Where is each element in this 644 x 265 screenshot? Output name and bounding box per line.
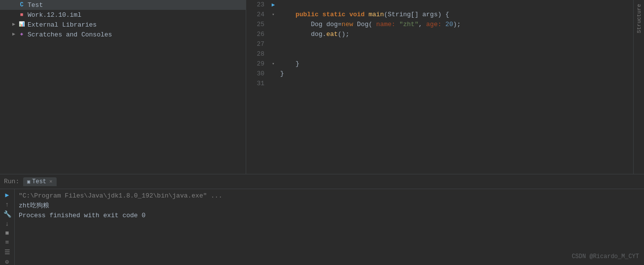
sidebar-item-scratches[interactable]: ▶ ◈ Scratches and Consoles: [0, 30, 246, 39]
right-tabs: Structure: [633, 0, 644, 174]
run-tab-bar: Run: ▣ Test ×: [0, 174, 644, 189]
scratch-icon: ◈: [18, 31, 26, 38]
code-line-26: dog.eat();: [280, 30, 633, 39]
console-line-exit: Process finished with exit code 0: [19, 211, 640, 221]
code-line-23: [280, 0, 633, 10]
bottom-content: ▶ ↑ 🔧 ↓ ■ ≡ ☰ ⊙ "C:\Program Files\Java\j…: [0, 189, 644, 265]
sidebar-item-scratch-label: Scratches and Consoles: [28, 31, 112, 38]
scroll-down-button[interactable]: ↓: [2, 220, 13, 228]
code-content[interactable]: public static void main(String[] args) {…: [278, 0, 633, 174]
close-tab-button[interactable]: ×: [49, 179, 53, 185]
wrap-button[interactable]: ≡: [2, 239, 13, 246]
run-tab-label: Test: [32, 178, 46, 185]
run-button[interactable]: ▶: [2, 191, 13, 199]
code-line-30: }: [280, 69, 633, 79]
run-tab[interactable]: ▣ Test ×: [23, 177, 56, 186]
code-line-28: [280, 49, 633, 59]
line-numbers: 23 24 25 26 27 28 29 30 31: [246, 0, 268, 174]
bottom-toolbar: ▶ ↑ 🔧 ↓ ■ ≡ ☰ ⊙: [0, 189, 15, 265]
iml-file-icon: ■: [18, 11, 26, 19]
code-line-24: public static void main(String[] args) {: [280, 10, 633, 20]
code-line-27: [280, 39, 633, 49]
ext-lib-icon: 📊: [18, 21, 26, 29]
scroll-up-button[interactable]: ↑: [2, 201, 13, 208]
tab-console-icon: ▣: [27, 179, 30, 185]
structure-tab[interactable]: Structure: [635, 0, 644, 37]
sidebar: C Test ■ Work.12.10.iml ▶ 📊 External Lib…: [0, 0, 246, 174]
bottom-panel: Run: ▣ Test × ▶ ↑ 🔧 ↓ ■ ≡ ☰ ⊙ "C:\Progra…: [0, 174, 644, 265]
sidebar-item-iml-label: Work.12.10.iml: [28, 11, 81, 19]
fold-marker-29[interactable]: ▾: [268, 59, 278, 69]
console-line-exec: "C:\Program Files\Java\jdk1.8.0_192\bin\…: [19, 191, 640, 201]
run-label: Run:: [4, 178, 19, 185]
run-marker-icon[interactable]: ▶: [268, 0, 278, 10]
editor-area: 23 24 25 26 27 28 29 30 31 ▶ ▾ ▾: [246, 0, 633, 174]
sidebar-item-iml[interactable]: ■ Work.12.10.iml: [0, 10, 246, 20]
list-button[interactable]: ☰: [2, 248, 13, 256]
console-output: "C:\Program Files\Java\jdk1.8.0_192\bin\…: [15, 189, 644, 265]
chevron-ext-icon: ▶: [10, 21, 18, 29]
settings-button[interactable]: 🔧: [2, 210, 13, 218]
code-line-25: Dog dog=new Dog( name: "zht", age: 20);: [280, 20, 633, 30]
main-area: C Test ■ Work.12.10.iml ▶ 📊 External Lib…: [0, 0, 644, 174]
chevron-scratch-icon: ▶: [10, 31, 18, 38]
sidebar-item-ext-label: External Libraries: [28, 21, 97, 29]
console-line-1: zht吃狗粮: [19, 201, 640, 211]
test-file-icon: C: [18, 1, 26, 9]
sidebar-item-external-libraries[interactable]: ▶ 📊 External Libraries: [0, 20, 246, 30]
stop-button[interactable]: ■: [2, 230, 13, 237]
code-line-31: [280, 79, 633, 89]
code-line-29: }: [280, 59, 633, 69]
code-view: 23 24 25 26 27 28 29 30 31 ▶ ▾ ▾: [246, 0, 633, 174]
sidebar-item-test-label: Test: [28, 1, 43, 9]
gutter: ▶ ▾ ▾: [268, 0, 278, 174]
sidebar-item-test[interactable]: C Test: [0, 0, 246, 10]
fold-marker-24[interactable]: ▾: [268, 10, 278, 20]
chevron-test-icon: [10, 1, 18, 9]
camera-button[interactable]: ⊙: [2, 258, 13, 265]
